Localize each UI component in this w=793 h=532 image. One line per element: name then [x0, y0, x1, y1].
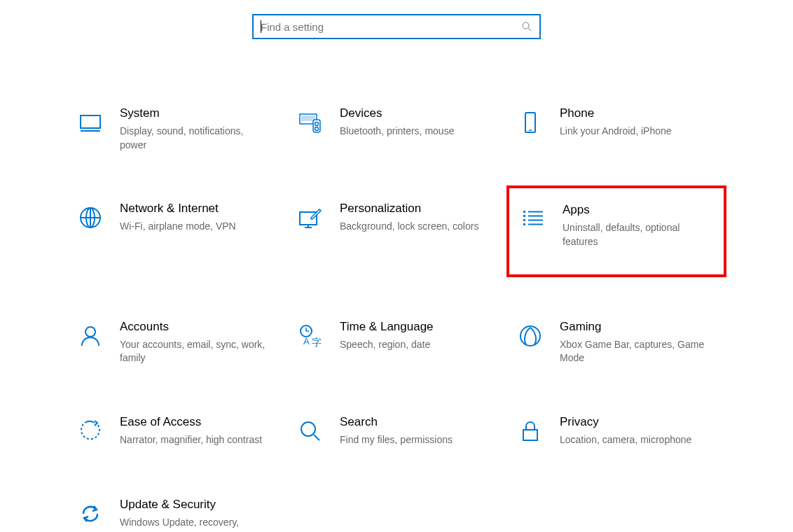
- accounts-icon: [74, 319, 107, 353]
- privacy-icon: [513, 414, 547, 448]
- tile-text: Apps Uninstall, defaults, optional featu…: [563, 202, 717, 248]
- svg-rect-24: [523, 223, 525, 225]
- search-icon: [521, 21, 532, 32]
- tile-privacy[interactable]: Privacy Location, camera, microphone: [506, 407, 726, 455]
- tile-ease-of-access[interactable]: Ease of Access Narrator, magnifier, high…: [67, 407, 287, 455]
- tile-desc: Location, camera, microphone: [560, 433, 691, 447]
- tile-title: Phone: [560, 106, 672, 121]
- search-tile-icon: [294, 414, 327, 448]
- svg-rect-38: [523, 430, 537, 440]
- search-container: [0, 0, 793, 39]
- tile-title: Search: [340, 414, 453, 430]
- svg-point-29: [85, 327, 95, 337]
- tile-text: Time & Language Speech, region, date: [340, 319, 448, 352]
- svg-rect-22: [523, 215, 525, 217]
- tile-title: Personalization: [340, 201, 478, 216]
- tile-network[interactable]: Network & Internet Wi-Fi, airplane mode,…: [67, 194, 287, 276]
- tile-update-security[interactable]: Update & Security Windows Update, recove…: [67, 490, 287, 532]
- tile-text: Phone Link your Android, iPhone: [560, 106, 686, 139]
- tile-search[interactable]: Search Find my files, permissions: [287, 407, 506, 455]
- tile-text: Privacy Location, camera, microphone: [560, 414, 705, 447]
- tile-text: Ease of Access Narrator, magnifier, high…: [120, 414, 276, 447]
- svg-point-35: [520, 326, 540, 346]
- search-box[interactable]: [252, 14, 541, 39]
- svg-text:A: A: [303, 336, 310, 346]
- svg-line-37: [314, 435, 319, 440]
- svg-line-1: [528, 28, 531, 31]
- tile-desc: Wi-Fi, airplane mode, VPN: [120, 220, 236, 234]
- tile-desc: Narrator, magnifier, high contrast: [120, 433, 262, 447]
- tile-title: Apps: [563, 202, 703, 218]
- svg-point-36: [301, 422, 315, 436]
- tile-title: Time & Language: [340, 319, 434, 335]
- tile-text: System Display, sound, notifications, po…: [120, 106, 280, 152]
- apps-icon: [516, 202, 550, 236]
- phone-icon: [513, 106, 547, 139]
- tile-text: Devices Bluetooth, printers, mouse: [340, 106, 468, 139]
- tile-text: Accounts Your accounts, email, sync, wor…: [120, 319, 280, 365]
- time-language-icon: A 字: [294, 319, 327, 353]
- tile-desc: Uninstall, defaults, optional features: [563, 221, 703, 248]
- network-icon: [74, 201, 107, 234]
- tile-desc: Windows Update, recovery, backup: [120, 516, 266, 532]
- tile-title: System: [120, 106, 266, 121]
- tile-title: Update & Security: [120, 497, 266, 512]
- svg-rect-2: [81, 115, 100, 128]
- gaming-icon: [513, 319, 547, 353]
- tile-title: Accounts: [120, 319, 266, 335]
- svg-rect-12: [525, 113, 535, 132]
- tile-apps[interactable]: Apps Uninstall, defaults, optional featu…: [506, 186, 726, 276]
- settings-grid: System Display, sound, notifications, po…: [0, 39, 793, 532]
- tile-text: Search Find my files, permissions: [340, 414, 467, 447]
- update-security-icon: [74, 497, 107, 531]
- svg-text:字: 字: [312, 337, 322, 348]
- tile-personalization[interactable]: Personalization Background, lock screen,…: [287, 194, 506, 276]
- tile-desc: Xbox Game Bar, captures, Game Mode: [560, 338, 705, 365]
- svg-rect-23: [523, 219, 525, 221]
- svg-point-0: [523, 22, 529, 29]
- tile-accounts[interactable]: Accounts Your accounts, email, sync, wor…: [67, 312, 287, 372]
- devices-icon: [294, 106, 327, 139]
- tile-text: Gaming Xbox Game Bar, captures, Game Mod…: [560, 319, 719, 365]
- tile-title: Privacy: [560, 414, 691, 430]
- tile-desc: Find my files, permissions: [340, 433, 453, 447]
- ease-of-access-icon: [74, 414, 107, 448]
- tile-phone[interactable]: Phone Link your Android, iPhone: [506, 99, 726, 159]
- tile-desc: Background, lock screen, colors: [340, 220, 478, 234]
- tile-devices[interactable]: Devices Bluetooth, printers, mouse: [287, 99, 506, 159]
- tile-text: Update & Security Windows Update, recove…: [120, 497, 280, 532]
- tile-title: Gaming: [560, 319, 705, 335]
- tile-title: Network & Internet: [120, 201, 236, 216]
- tile-desc: Your accounts, email, sync, work, family: [120, 338, 266, 365]
- system-icon: [74, 106, 107, 139]
- tile-desc: Link your Android, iPhone: [560, 125, 672, 139]
- text-cursor: [261, 20, 261, 33]
- tile-desc: Speech, region, date: [340, 338, 434, 352]
- tile-desc: Display, sound, notifications, power: [120, 125, 266, 152]
- tile-text: Network & Internet Wi-Fi, airplane mode,…: [120, 201, 250, 234]
- tile-title: Ease of Access: [120, 414, 262, 430]
- svg-rect-21: [523, 211, 525, 213]
- tile-desc: Bluetooth, printers, mouse: [340, 125, 454, 139]
- tile-time-language[interactable]: A 字 Time & Language Speech, region, date: [287, 312, 506, 372]
- search-input[interactable]: [261, 21, 521, 33]
- tile-title: Devices: [340, 106, 454, 121]
- tile-text: Personalization Background, lock screen,…: [340, 201, 492, 234]
- tile-system[interactable]: System Display, sound, notifications, po…: [67, 99, 287, 159]
- personalization-icon: [294, 201, 327, 234]
- tile-gaming[interactable]: Gaming Xbox Game Bar, captures, Game Mod…: [506, 312, 726, 372]
